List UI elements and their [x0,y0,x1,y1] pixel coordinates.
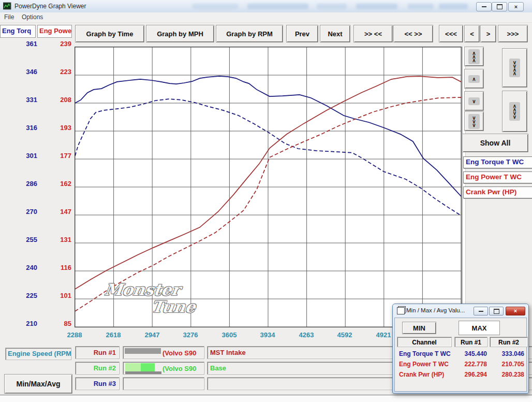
title-bar[interactable]: PowerDyne Graph Viewer × [0,0,532,13]
maximize-button[interactable] [492,2,507,11]
triple-up-chevron-icon: ∧ ∧ ∧ [468,49,479,64]
rpm-tick: 4592 [330,331,359,339]
rpm-tick: 3276 [176,331,205,339]
scroll-left-button[interactable]: < [464,25,480,42]
redacted-block [125,348,161,354]
power-tick: 162 [48,180,71,188]
power-tick: 147 [48,208,71,216]
maximize-icon [494,309,499,314]
prev-button[interactable]: Prev [286,25,318,42]
run3-vehicle-field[interactable] [123,377,204,390]
rpm-tick: 4263 [292,331,321,339]
graph-by-rpm-button[interactable]: Graph by RPM [216,25,283,42]
row-run2-value: 210.705 [490,361,524,368]
run3-label: Run #3 [75,377,120,390]
tab-eng-power[interactable]: Eng Powe [37,25,72,38]
torque-tick: 301 [14,152,37,160]
row-run2-value: 333.046 [490,350,524,357]
torque-tick: 270 [14,208,37,216]
zoom-in-x-button[interactable]: >> << [353,25,393,42]
show-all-button[interactable]: Show All [462,134,528,152]
window-footer [0,395,532,402]
pan-down-fast-button[interactable]: ∨ ∨ ∨ [464,111,484,131]
min-tab-button[interactable]: MIN [402,322,436,334]
redacted-blur [439,4,468,9]
minimize-icon [479,309,483,312]
run1-label: Run #1 [75,346,120,359]
expand-chevrons-icon: ∧ ∧ ∨ ∨ [509,102,520,121]
graph-by-mph-button[interactable]: Graph by MPH [146,25,214,42]
scroll-right-button[interactable]: > [480,25,496,42]
minimize-icon [482,5,486,7]
maximize-icon [497,4,503,9]
popup-title: Min / Max / Avg Valu... [406,307,465,313]
compress-chevrons-icon: ∨ ∨ ∧ ∧ [509,59,520,77]
redacted-blur [317,4,347,9]
up-chevron-icon: ∧ [468,75,479,83]
legend-eng-torque[interactable]: Eng Torque T WC [463,156,532,168]
redacted-blur [356,4,397,9]
power-tick: 101 [48,292,71,299]
menu-bar: File Options [0,12,532,23]
column-header-run1: Run #1 [454,337,487,347]
torque-tick: 331 [14,96,37,104]
minimize-button[interactable] [476,2,492,11]
torque-tick: 255 [14,236,37,243]
close-icon: × [514,308,517,314]
row-run2-value: 280.238 [490,371,524,378]
monster-tune-watermark: Monster Tune [101,281,199,315]
min-max-avg-button[interactable]: Min/Max/Avg [4,374,72,394]
popup-minimize-button[interactable] [474,307,488,315]
power-tick: 131 [48,236,71,243]
rpm-tick: 3605 [215,331,244,339]
torque-tick: 286 [14,180,37,188]
row-channel: Eng Torque T WC [399,350,451,357]
power-tick: 223 [48,68,71,76]
run2-label: Run #2 [75,362,120,375]
graph-by-time-button[interactable]: Graph by Time [75,25,144,42]
rpm-tick: 2288 [60,331,89,339]
menu-file[interactable]: File [4,13,14,21]
redacted-blur [193,4,238,9]
expand-y-button[interactable]: ∧ ∧ ∨ ∨ [502,91,527,132]
scroll-far-right-button[interactable]: >>> [498,25,528,42]
scroll-far-left-button[interactable]: <<< [439,25,463,42]
legend-crank-pwr[interactable]: Crank Pwr (HP) [463,186,532,198]
power-tick: 193 [48,124,71,132]
pan-up-button[interactable]: ∧ [464,69,484,89]
torque-tick: 361 [14,40,37,48]
torque-tick: 225 [14,292,37,299]
triple-down-chevron-icon: ∨ ∨ ∨ [468,114,479,129]
max-tab-button[interactable]: MAX [459,321,500,335]
graph-plot-area[interactable]: Monster Tune [75,47,462,327]
run2-vehicle-field[interactable]: (Volvo S90 [123,362,204,375]
row-run1-value: 345.440 [453,350,487,357]
column-header-run2: Run #2 [490,337,528,347]
run2-vehicle-text: (Volvo S90 [162,365,197,372]
torque-tick: 210 [14,320,37,327]
min-max-avg-popup[interactable]: Min / Max / Avg Valu... × MIN MAX Channe… [392,304,529,394]
channel-name-field[interactable]: Engine Speed (RPM [5,348,71,360]
run1-vehicle-field[interactable]: (Volvo S90 [123,346,204,359]
close-button[interactable]: × [508,2,524,11]
popup-maximize-button[interactable] [489,307,504,315]
legend-eng-power[interactable]: Eng Power T WC [463,171,532,183]
down-chevron-icon: ∨ [468,97,479,105]
popup-close-button[interactable]: × [506,307,525,315]
rpm-tick: 2618 [99,331,128,339]
next-button[interactable]: Next [320,25,350,42]
row-channel: Eng Power T WC [399,361,449,368]
row-channel: Crank Pwr (HP) [399,371,444,378]
menu-options[interactable]: Options [22,13,43,21]
zoom-out-x-button[interactable]: << >> [393,25,433,42]
powerdyne-window: PowerDyne Graph Viewer × File Options En… [0,0,532,402]
redacted-block [125,371,161,375]
pan-up-fast-button[interactable]: ∧ ∧ ∧ [464,47,484,66]
tab-eng-torque[interactable]: Eng Torq [0,25,36,38]
torque-tick: 346 [14,68,37,76]
pan-down-button[interactable]: ∨ [464,91,484,111]
redacted-blur [247,4,308,9]
close-icon: × [514,4,518,10]
compress-y-button[interactable]: ∨ ∨ ∧ ∧ [502,48,527,88]
power-tick: 208 [48,96,71,104]
